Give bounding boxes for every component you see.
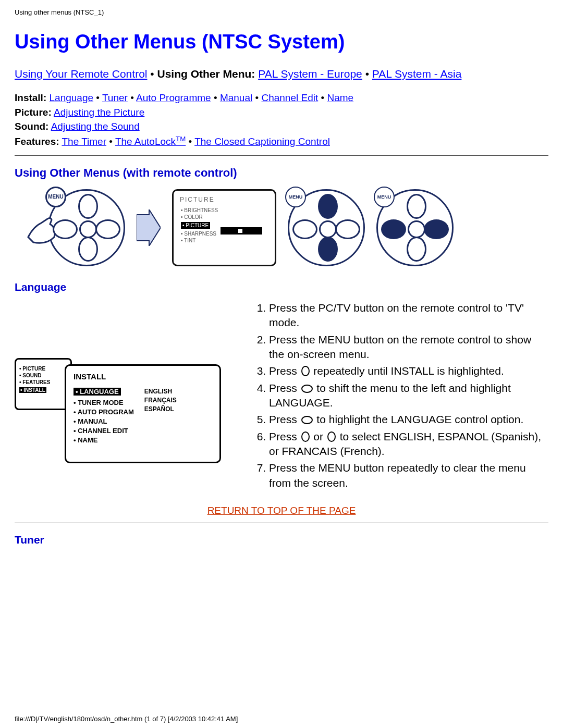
dpad-horizontal-icon xyxy=(301,385,313,393)
step-item: Press the MENU button on the remote cont… xyxy=(269,332,548,362)
arrow-right-icon xyxy=(137,209,161,246)
link-install-autoprog[interactable]: Auto Programme xyxy=(136,92,211,103)
link-timer[interactable]: The Timer xyxy=(62,136,106,147)
features-label: Features: xyxy=(15,136,59,147)
link-return-top[interactable]: RETURN TO TOP OF THE PAGE xyxy=(207,505,356,516)
menu-item: • NAME xyxy=(74,436,134,444)
link-install-tuner[interactable]: Tuner xyxy=(102,92,128,103)
small-menu-panel: • PICTURE • SOUND • FEATURES • INSTALL xyxy=(15,358,72,410)
osd-slider-icon xyxy=(221,227,262,235)
pad-up-icon xyxy=(78,194,98,219)
remote-diagram-row: MENU PICTURE • BRIGHTNESS • COLOR • PICT… xyxy=(15,189,548,266)
dpad-vertical-icon xyxy=(301,431,310,442)
section-heading-language: Language xyxy=(15,281,548,293)
separator: • xyxy=(365,68,372,80)
link-pal-asia[interactable]: PAL System - Asia xyxy=(372,68,462,80)
osd-title: PICTURE xyxy=(180,196,271,203)
dpad-vertical-icon xyxy=(301,366,310,376)
menu-item: • PICTURE xyxy=(19,366,67,372)
menu-item: • FEATURES xyxy=(19,379,67,385)
svg-marker-0 xyxy=(137,209,161,246)
pad-up-active-icon xyxy=(318,194,338,219)
link-install-name[interactable]: Name xyxy=(327,92,353,103)
link-install-manual[interactable]: Manual xyxy=(220,92,252,103)
pad-left-icon xyxy=(292,219,317,239)
top-nav: Using Your Remote Control • Using Other … xyxy=(15,67,548,81)
lang-option: ENGLISH xyxy=(144,388,177,395)
menu-item-selected: • INSTALL xyxy=(19,387,46,393)
step-item: Press or to select ENGLISH, ESPANOL (Spa… xyxy=(269,429,548,459)
lang-option: ESPAÑOL xyxy=(144,405,177,413)
current-section-label: Using Other Menu: xyxy=(157,68,255,80)
dpad-vertical-icon xyxy=(327,431,336,442)
footer-path: file:///D|/TV/english/180mt/osd/n_other.… xyxy=(15,715,238,723)
link-sound[interactable]: Adjusting the Sound xyxy=(51,121,140,132)
lang-option: FRANÇAIS xyxy=(144,397,177,404)
link-install-language[interactable]: Language xyxy=(50,92,94,103)
menu-button-icon: MENU xyxy=(374,187,395,207)
step-item: Press to shift the menu to the left and … xyxy=(269,381,548,411)
step-item: Press the MENU button repeatedly to clea… xyxy=(269,461,548,490)
remote-wheel-vertical: MENU xyxy=(288,189,365,266)
osd-item: • TINT xyxy=(181,238,271,243)
step-item: Press the PC/TV button on the remote con… xyxy=(269,301,548,330)
pad-left-active-icon xyxy=(381,219,406,239)
pad-up-icon xyxy=(407,194,426,219)
link-remote-control[interactable]: Using Your Remote Control xyxy=(15,68,147,80)
pad-right-icon xyxy=(95,219,120,239)
link-picture[interactable]: Adjusting the Picture xyxy=(54,107,144,118)
language-steps: Press the PC/TV button on the remote con… xyxy=(248,301,548,490)
link-pal-europe[interactable]: PAL System - Europe xyxy=(258,68,362,80)
osd-picture-panel: PICTURE • BRIGHTNESS • COLOR • PICTURE •… xyxy=(172,189,276,266)
menu-button-icon: MENU xyxy=(285,187,306,207)
sound-label: Sound: xyxy=(15,121,48,132)
menu-item: • SOUND xyxy=(19,373,67,378)
center-button-icon xyxy=(408,220,425,238)
pad-right-icon xyxy=(335,219,360,239)
sub-nav: Install: Language • Tuner • Auto Program… xyxy=(15,91,548,149)
divider xyxy=(15,523,548,523)
center-button-icon xyxy=(79,220,97,238)
remote-wheel-press-menu: MENU xyxy=(48,189,125,266)
remote-wheel-horizontal: MENU xyxy=(376,189,454,266)
link-closed-caption[interactable]: The Closed Captioning Control xyxy=(194,136,330,147)
install-detail-panel: INSTALL • LANGUAGE • TUNER MODE • AUTO P… xyxy=(65,364,221,463)
link-autolock[interactable]: The AutoLockTM xyxy=(115,136,186,147)
step-item: Press to highlight the LANGUAGE control … xyxy=(269,412,548,427)
install-menu-graphic: • PICTURE • SOUND • FEATURES • INSTALL I… xyxy=(15,358,223,467)
dpad-horizontal-icon xyxy=(301,416,313,424)
separator: • xyxy=(150,68,157,80)
pad-down-active-icon xyxy=(318,237,338,262)
page-title: Using Other Menus (NTSC System) xyxy=(15,31,548,53)
center-button-icon xyxy=(319,220,337,238)
step-item: Press repeatedly until INSTALL is highli… xyxy=(269,364,548,378)
osd-item-selected: • PICTURE xyxy=(181,222,210,229)
return-to-top: RETURN TO TOP OF THE PAGE xyxy=(15,504,548,516)
pad-right-active-icon xyxy=(424,219,449,239)
section-heading-remote: Using Other Menus (with remote control) xyxy=(15,166,548,180)
trademark-icon: TM xyxy=(176,135,186,143)
link-install-channeledit[interactable]: Channel Edit xyxy=(261,92,318,103)
menu-button-icon: MENU xyxy=(45,187,66,207)
menu-item-selected: • LANGUAGE xyxy=(74,388,121,396)
install-label: Install: xyxy=(15,92,46,103)
header-path: Using other menus (NTSC_1) xyxy=(15,8,548,16)
picture-label: Picture: xyxy=(15,107,52,118)
pad-down-icon xyxy=(78,237,98,262)
osd-item: • BRIGHTNESS xyxy=(181,207,271,213)
pad-left-icon xyxy=(53,219,78,239)
section-heading-tuner: Tuner xyxy=(15,534,548,546)
divider xyxy=(15,155,548,156)
menu-item: • AUTO PROGRAM xyxy=(74,408,134,416)
panel-title: INSTALL xyxy=(74,372,212,381)
pad-down-icon xyxy=(407,237,426,262)
menu-item: • MANUAL xyxy=(74,417,134,425)
osd-item: • COLOR xyxy=(181,214,271,220)
menu-item: • CHANNEL EDIT xyxy=(74,427,134,435)
menu-item: • TUNER MODE xyxy=(74,399,134,406)
